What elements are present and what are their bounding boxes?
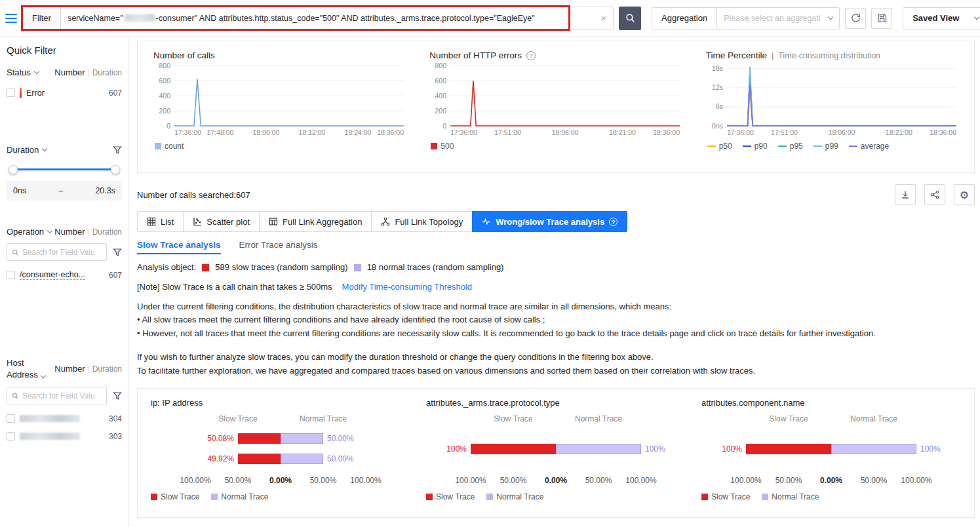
duration-filter-icon[interactable] [113,146,122,155]
refresh-button[interactable] [845,8,866,29]
aggregation-select[interactable]: Please select an aggregati [717,8,839,29]
query-prefix: serviceName=" [68,14,123,23]
pulse-icon [482,217,491,226]
view-tabs: List Scatter plot Full Link Aggregation [137,211,975,232]
checkbox[interactable] [7,271,15,279]
status-item-error[interactable]: Error 607 [7,84,122,102]
operation-section-toggle[interactable]: Operation [7,227,52,237]
aggregation-label: Aggregation [652,8,717,29]
aggregation-table-icon [269,217,278,226]
tornado-chart[interactable]: Slow TraceNormal Trace 100% 100% 100.00%… [422,414,690,501]
dimension-chart-title: ip: IP address [151,398,414,408]
aggregation-placeholder: Please select an aggregati [724,14,820,23]
share-button[interactable] [924,184,945,205]
tab-full-link-aggregation[interactable]: Full Link Aggregation [259,211,372,232]
http-errors-chart[interactable]: 020040060080017:36:0017:51:0018:06:0018:… [423,62,688,151]
list-icon [147,217,156,226]
quick-filter-sidebar: Quick Filter Status Number | Duration Er… [0,37,129,527]
modify-threshold-link[interactable]: Modify Time-consuming Threshold [342,281,472,294]
redacted-host-value [20,415,80,422]
operation-item[interactable]: /consumer-echo... 607 [7,266,122,284]
aggregation-group: Aggregation Please select an aggregati [652,7,840,29]
redacted-host-value [20,433,80,440]
duration-toggle[interactable]: Duration [92,364,122,374]
svg-text:18:24:00: 18:24:00 [345,128,372,136]
operation-filter-icon[interactable] [113,248,122,257]
operation-search-box [7,243,107,261]
svg-text:400: 400 [435,92,447,100]
status-section: Status Number | Duration Error 607 [7,68,122,102]
duration-range-slider[interactable] [9,165,120,174]
saved-view-dropdown[interactable]: Saved View [903,7,980,29]
checkbox[interactable] [7,414,15,423]
svg-text:600: 600 [435,77,447,85]
topology-icon [381,217,390,226]
analysis-summary: Analysis object: 589 slow traces (random… [137,261,975,378]
menu-icon[interactable] [5,14,17,23]
chevron-down-icon [42,146,47,151]
item-count: 303 [109,432,122,441]
host-item[interactable]: 303 [7,427,122,445]
tab-list[interactable]: List [137,211,184,232]
checkbox[interactable] [7,88,15,97]
subtab-error-trace-analysis[interactable]: Error Trace analysis [239,240,318,254]
status-section-toggle[interactable]: Status [7,68,39,77]
tab-wrong-slow-trace-analysis[interactable]: Wrong/slow Trace analysis ? [472,211,627,232]
settings-button[interactable]: ⚙ [954,184,975,205]
host-section-toggle[interactable]: Host Address [7,357,54,380]
svg-text:18:06:00: 18:06:00 [552,128,579,136]
svg-text:6s: 6s [716,102,723,110]
subtab-slow-trace-analysis[interactable]: Slow Trace analysis [137,240,221,254]
sidebar-title: Quick Filter [7,45,122,56]
number-toggle[interactable]: Number [54,227,85,237]
number-toggle[interactable]: Number [54,364,85,374]
chart-title-percentile: Time Percentile | Time-consuming distrib… [706,50,965,60]
svg-text:400: 400 [159,92,170,100]
clear-filter-icon[interactable]: × [594,12,613,24]
search-button[interactable] [619,7,641,30]
analysis-object-label: Analysis object: [137,261,196,275]
tornado-chart[interactable]: Slow TraceNormal Trace 50.08% 50.00% 49.… [147,414,414,501]
svg-text:17:51:00: 17:51:00 [494,128,521,136]
slider-handle-min[interactable] [9,165,18,174]
time-percentile-chart[interactable]: 0ns6s12s18s17:36:0017:51:0018:06:0018:21… [699,62,965,151]
svg-text:18:00:00: 18:00:00 [253,128,280,136]
number-of-calls-chart[interactable]: 020040060080017:36:0017:48:0018:00:0018:… [147,62,412,151]
normal-trace-legend: 18 normal traces (random sampling) [367,261,504,275]
host-item[interactable]: 304 [7,410,122,427]
component-dimension-chart: attributes.component.name Slow TraceNorm… [694,397,969,512]
chevron-down-icon [40,372,45,378]
save-button[interactable] [871,8,892,29]
duration-toggle[interactable]: Duration [92,227,122,237]
download-icon [901,190,910,199]
svg-text:18:06:00: 18:06:00 [828,128,855,136]
svg-text:18:36:00: 18:36:00 [653,128,680,136]
host-search-input[interactable] [22,391,102,400]
host-filter-icon[interactable] [113,391,122,400]
svg-text:600: 600 [159,77,170,85]
download-button[interactable] [895,184,916,205]
duration-toggle[interactable]: Duration [92,68,122,77]
redacted-service-name [125,14,155,22]
filter-query-input[interactable]: serviceName="-consumer" AND attributes.h… [61,14,594,23]
number-toggle[interactable]: Number [54,68,85,77]
checkbox[interactable] [7,432,15,440]
topbar: Filter serviceName="-consumer" AND attri… [0,0,980,37]
tab-full-link-topology[interactable]: Full Link Topology [371,211,473,232]
duration-section-toggle[interactable]: Duration [7,145,47,155]
svg-text:17:48:00: 17:48:00 [207,128,234,136]
chevron-down-icon [974,14,979,20]
chart-title-calls: Number of calls [153,50,412,60]
save-icon [877,13,887,23]
dimension-comparison-panel: ip: IP address Slow TraceNormal Trace 50… [137,388,975,518]
tab-scatter-plot[interactable]: Scatter plot [183,211,260,232]
svg-text:18:21:00: 18:21:00 [609,128,636,136]
error-color-bar [20,88,22,98]
operation-search-input[interactable] [22,248,102,257]
main-content: Number of calls 020040060080017:36:0017:… [129,37,980,527]
help-icon[interactable]: ? [609,218,617,226]
help-icon[interactable]: ? [526,51,536,60]
svg-text:17:51:00: 17:51:00 [771,128,798,136]
tornado-chart[interactable]: Slow TraceNormal Trace 100% 100% 100.00%… [697,414,965,501]
slider-handle-max[interactable] [111,165,120,174]
